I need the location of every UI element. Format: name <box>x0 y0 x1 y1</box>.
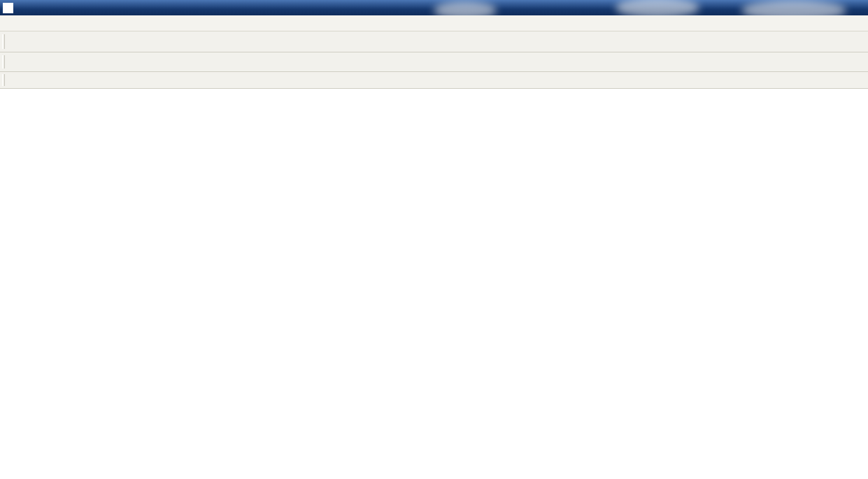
toolbar-grip <box>2 74 5 85</box>
chart-area <box>0 89 868 479</box>
app-window <box>0 0 868 479</box>
titlebar[interactable] <box>0 0 868 15</box>
toolbar-grip <box>2 55 5 69</box>
toolbar-drawing-tools <box>0 72 868 89</box>
titlebar-gloss <box>616 0 699 15</box>
menubar <box>0 15 868 31</box>
toolbar-grip <box>2 34 5 48</box>
kline-chart-canvas[interactable] <box>0 89 868 479</box>
titlebar-gloss <box>434 1 497 15</box>
toolbar-main <box>0 31 868 52</box>
app-logo-icon <box>3 3 13 13</box>
toolbar-icons <box>0 52 868 72</box>
titlebar-gloss <box>741 0 846 15</box>
